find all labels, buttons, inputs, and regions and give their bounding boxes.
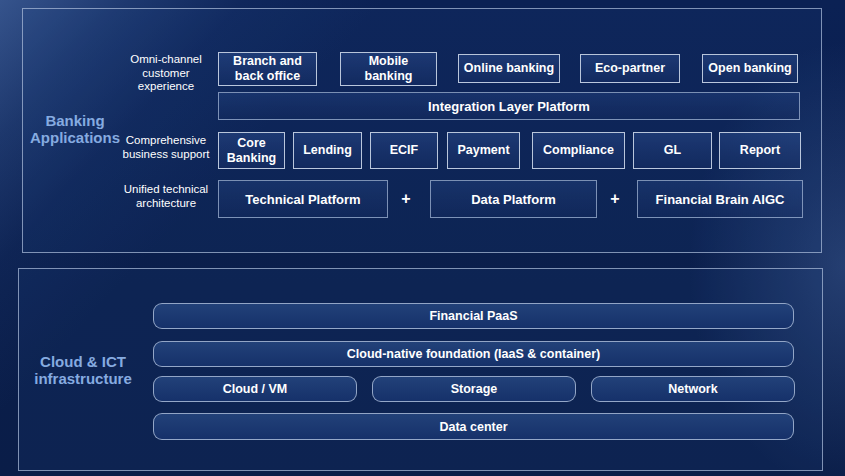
data-platform-box: Data Platform [430, 180, 597, 218]
integration-layer-platform-bar: Integration Layer Platform [218, 92, 800, 120]
plus-sign: + [396, 190, 416, 208]
core-banking-box: Core Banking [218, 132, 285, 169]
online-banking-box: Online banking [458, 54, 560, 83]
data-center-bar: Data center [153, 413, 794, 440]
unified-architecture-row-label: Unified technical architecture [116, 183, 216, 210]
open-banking-box: Open banking [702, 54, 798, 83]
cloud-vm-box: Cloud / VM [153, 376, 357, 402]
gl-box: GL [633, 132, 712, 169]
branch-back-office-box: Branch and back office [218, 52, 317, 86]
report-box: Report [719, 132, 801, 169]
storage-box: Storage [372, 376, 576, 402]
architecture-diagram: Banking Applications Omni-channel custom… [0, 0, 845, 476]
ecif-box: ECIF [370, 132, 438, 169]
plus-sign: + [605, 190, 625, 208]
financial-paas-bar: Financial PaaS [153, 303, 794, 329]
business-support-row-label: Comprehensive business support [116, 134, 216, 161]
financial-brain-aigc-box: Financial Brain AIGC [637, 180, 803, 218]
network-box: Network [591, 376, 795, 402]
technical-platform-box: Technical Platform [218, 180, 388, 218]
lending-box: Lending [293, 132, 362, 169]
compliance-box: Compliance [532, 132, 625, 169]
payment-box: Payment [447, 132, 520, 169]
cloud-native-foundation-bar: Cloud-native foundation (IaaS & containe… [153, 341, 794, 367]
cloud-ict-label: Cloud & ICT infrastructure [8, 353, 158, 387]
mobile-banking-box: Mobile banking [340, 52, 437, 86]
eco-partner-box: Eco-partner [580, 54, 680, 83]
omni-channel-row-label: Omni-channel customer experience [116, 53, 216, 94]
